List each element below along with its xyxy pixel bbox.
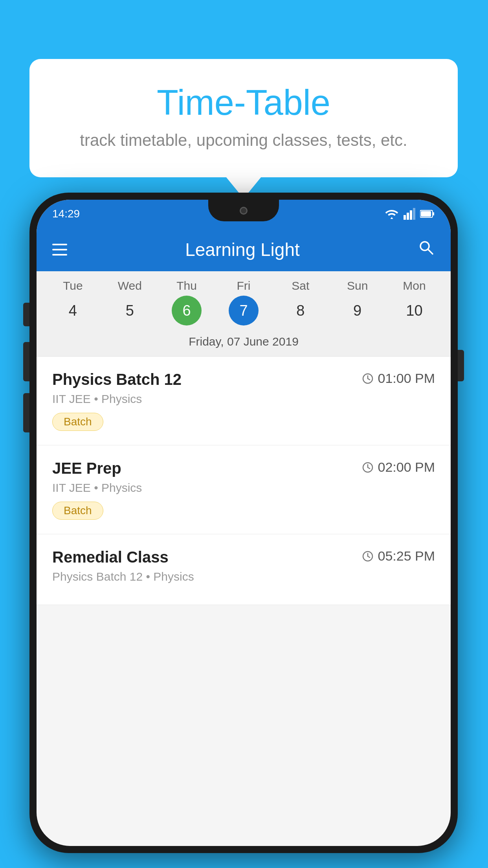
day-name: Tue: [63, 279, 83, 292]
class-card-1[interactable]: JEE Prep 02:00 PM IIT JEE • Physics Batc…: [37, 445, 451, 534]
svg-line-8: [428, 249, 433, 254]
day-col-sun[interactable]: Sun9: [332, 279, 383, 326]
class-meta: IIT JEE • Physics: [52, 481, 435, 495]
day-name: Sun: [347, 279, 368, 292]
svg-line-11: [368, 379, 370, 380]
day-number: 6: [172, 296, 202, 326]
class-card-0[interactable]: Physics Batch 12 01:00 PM IIT JEE • Phys…: [37, 357, 451, 445]
calendar-strip: Tue4Wed5Thu6Fri7Sat8Sun9Mon10 Friday, 07…: [37, 271, 451, 357]
day-name: Mon: [403, 279, 426, 292]
phone-screen: 14:29: [37, 200, 451, 846]
volume-down-button: [23, 393, 29, 432]
class-card-header: Remedial Class 05:25 PM: [52, 548, 435, 566]
class-meta: IIT JEE • Physics: [52, 392, 435, 406]
class-time: 01:00 PM: [362, 371, 435, 386]
class-time: 02:00 PM: [362, 460, 435, 475]
app-bar: Learning Light: [37, 228, 451, 271]
day-name: Wed: [118, 279, 142, 292]
day-col-fri[interactable]: Fri7: [218, 279, 269, 326]
day-number: 8: [286, 296, 316, 326]
svg-line-17: [368, 556, 370, 557]
class-list: Physics Batch 12 01:00 PM IIT JEE • Phys…: [37, 357, 451, 605]
svg-rect-3: [413, 208, 415, 220]
class-name: Remedial Class: [52, 548, 169, 566]
day-col-sat[interactable]: Sat8: [275, 279, 326, 326]
class-time: 05:25 PM: [362, 548, 435, 564]
camera: [240, 207, 248, 215]
selected-date-label: Friday, 07 June 2019: [37, 329, 451, 357]
day-number: 5: [115, 296, 145, 326]
class-meta: Physics Batch 12 • Physics: [52, 570, 435, 583]
day-number: 7: [229, 296, 259, 326]
class-card-header: Physics Batch 12 01:00 PM: [52, 371, 435, 388]
svg-rect-5: [433, 212, 434, 215]
day-name: Fri: [237, 279, 250, 292]
day-number: 4: [58, 296, 88, 326]
svg-rect-6: [421, 211, 431, 217]
app-bar-title: Learning Light: [185, 239, 300, 260]
day-col-thu[interactable]: Thu6: [161, 279, 212, 326]
day-col-wed[interactable]: Wed5: [104, 279, 155, 326]
day-name: Thu: [176, 279, 197, 292]
day-col-mon[interactable]: Mon10: [389, 279, 440, 326]
power-button: [458, 350, 464, 381]
tooltip-card: Time-Table track timetable, upcoming cla…: [29, 59, 458, 177]
status-bar: 14:29: [37, 200, 451, 228]
phone-notch: [208, 200, 279, 221]
mute-button: [23, 303, 29, 326]
volume-up-button: [23, 342, 29, 381]
days-row: Tue4Wed5Thu6Fri7Sat8Sun9Mon10: [37, 279, 451, 326]
svg-rect-2: [410, 210, 412, 220]
status-icons: [385, 208, 435, 220]
class-card-header: JEE Prep 02:00 PM: [52, 460, 435, 477]
phone-mockup: 14:29: [29, 193, 458, 853]
class-card-2[interactable]: Remedial Class 05:25 PM Physics Batch 12…: [37, 534, 451, 605]
class-name: JEE Prep: [52, 460, 121, 477]
day-name: Sat: [292, 279, 309, 292]
wifi-icon: [385, 208, 399, 219]
svg-rect-1: [407, 213, 409, 220]
clock-icon: [362, 462, 374, 473]
svg-line-14: [368, 467, 370, 469]
day-col-tue[interactable]: Tue4: [47, 279, 98, 326]
clock-icon: [362, 373, 374, 384]
batch-badge: Batch: [52, 502, 103, 520]
tooltip-subtitle: track timetable, upcoming classes, tests…: [61, 131, 426, 150]
svg-rect-0: [404, 215, 406, 220]
signal-icon: [404, 208, 415, 220]
status-time: 14:29: [52, 208, 80, 220]
day-number: 9: [343, 296, 372, 326]
hamburger-menu-button[interactable]: [52, 244, 67, 256]
battery-icon: [420, 210, 435, 218]
day-number: 10: [399, 296, 429, 326]
class-name: Physics Batch 12: [52, 371, 182, 388]
clock-icon: [362, 550, 374, 562]
tooltip-title: Time-Table: [61, 83, 426, 123]
batch-badge: Batch: [52, 413, 103, 431]
search-button[interactable]: [418, 239, 435, 260]
